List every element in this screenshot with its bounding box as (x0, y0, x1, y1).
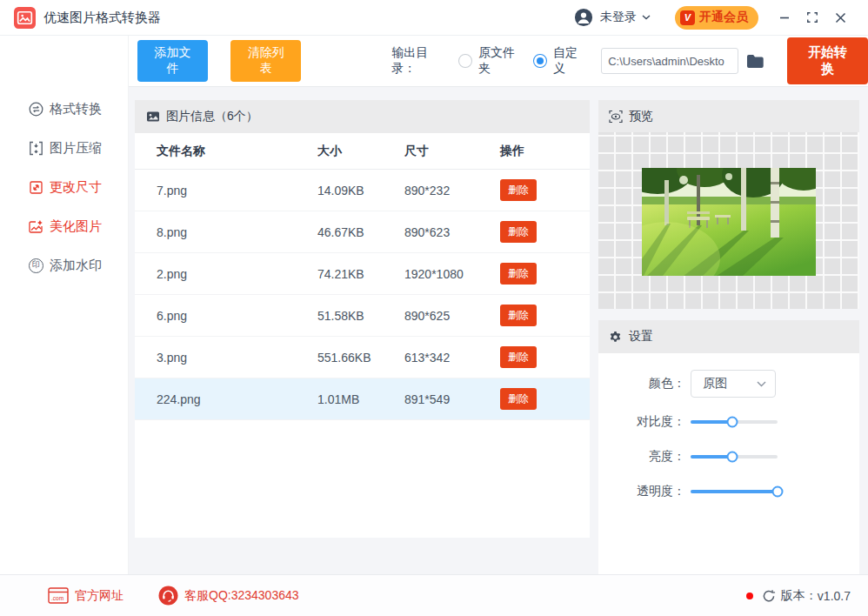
delete-button[interactable]: 删除 (500, 263, 537, 285)
table-row[interactable]: 2.png 74.21KB 1920*1080 删除 (135, 253, 590, 295)
version-value: v1.0.7 (818, 589, 851, 603)
table-row-selected[interactable]: 224.png 1.01MB 891*549 删除 (135, 378, 590, 420)
sidebar-item-beautify[interactable]: 美化图片 (0, 207, 128, 246)
maximize-button[interactable] (798, 3, 826, 31)
file-name: 224.png (135, 392, 317, 406)
login-status: 未登录 (600, 10, 637, 25)
close-button[interactable] (826, 3, 854, 31)
file-list-header: 图片信息（6个） (135, 100, 590, 133)
clear-list-button[interactable]: 清除列表 (230, 40, 301, 82)
delete-button[interactable]: 删除 (500, 388, 537, 410)
version-label: 版本： (781, 588, 818, 604)
beautify-icon (29, 219, 43, 234)
sidebar-item-label: 美化图片 (50, 218, 102, 235)
sidebar-item-label: 图片压缩 (50, 140, 102, 157)
chevron-down-icon (642, 15, 651, 20)
delete-button[interactable]: 删除 (500, 179, 537, 201)
table-row[interactable]: 6.png 51.58KB 890*625 删除 (135, 295, 590, 337)
brightness-slider[interactable] (691, 455, 778, 459)
file-list-panel: 图片信息（6个） 文件名称 大小 尺寸 操作 7.png 14.09KB 890… (135, 100, 590, 538)
table-row[interactable]: 7.png 14.09KB 890*232 删除 (135, 170, 590, 211)
version-area: 版本： v1.0.7 (746, 588, 851, 604)
sidebar-item-resize[interactable]: 更改尺寸 (0, 168, 128, 207)
vip-badge-icon: V (680, 10, 695, 25)
gear-icon (609, 331, 622, 344)
table-row[interactable]: 3.png 551.66KB 613*342 删除 (135, 337, 590, 378)
add-files-button[interactable]: 添加文件 (137, 40, 208, 82)
settings-panel: 颜色： 原图 对比度： 亮度： (598, 353, 859, 574)
file-name: 3.png (135, 351, 317, 365)
compress-icon (29, 141, 43, 156)
opacity-slider[interactable] (691, 490, 778, 493)
preview-title: 预览 (629, 109, 653, 124)
sidebar-item-image-compress[interactable]: 图片压缩 (0, 129, 128, 168)
service-qq-link[interactable]: 客服QQ:3234303643 (158, 586, 299, 606)
app-window: 优速图片格式转换器 未登录 V 开通会员 (0, 0, 868, 616)
contrast-setting-row: 对比度： (598, 405, 859, 439)
preview-canvas (598, 132, 859, 309)
file-size: 51.58KB (317, 309, 404, 323)
file-dimensions: 890*232 (404, 184, 500, 198)
color-label: 颜色： (598, 376, 685, 392)
file-list-title: 图片信息（6个） (166, 109, 258, 124)
output-path-input[interactable] (601, 48, 738, 74)
file-size: 46.67KB (317, 225, 404, 239)
radio-original-folder[interactable]: 原文件夹 (458, 45, 526, 77)
radio-custom-folder[interactable]: 自定义 (533, 45, 589, 77)
image-info-icon (146, 110, 160, 124)
app-logo-icon (14, 7, 36, 29)
col-size: 大小 (317, 144, 404, 159)
file-dimensions: 890*623 (404, 225, 500, 239)
file-dimensions: 890*625 (404, 309, 500, 323)
vip-label: 开通会员 (699, 10, 748, 25)
preview-image[interactable] (642, 168, 816, 276)
color-select[interactable]: 原图 (691, 370, 776, 398)
delete-button[interactable]: 删除 (500, 346, 537, 368)
footer-bar: .com 官方网址 客服QQ:3234303643 版本： v1.0.7 (0, 574, 868, 616)
website-icon: .com (48, 587, 69, 604)
maximize-icon (806, 11, 818, 23)
sidebar-nav: 格式转换 图片压缩 更改尺寸 美化图片 印 (0, 36, 129, 574)
file-name: 2.png (135, 267, 317, 281)
color-selected-value: 原图 (703, 376, 757, 392)
official-website-link[interactable]: .com 官方网址 (48, 587, 124, 604)
status-dot-icon (746, 593, 753, 599)
check-update-icon[interactable] (762, 589, 776, 603)
file-name: 8.png (135, 225, 317, 239)
user-account-menu[interactable]: 未登录 (574, 8, 651, 27)
contrast-slider[interactable] (691, 420, 778, 424)
col-action: 操作 (500, 144, 590, 159)
toolbar: 添加文件 清除列表 输出目录： 原文件夹 自定义 开始转换 (129, 36, 868, 87)
preview-eye-icon (609, 110, 623, 124)
close-icon (835, 12, 846, 23)
open-vip-button[interactable]: V 开通会员 (675, 6, 758, 30)
file-name: 7.png (135, 184, 317, 198)
delete-button[interactable]: 删除 (500, 305, 537, 326)
slider-thumb[interactable] (772, 486, 784, 498)
minimize-button[interactable] (771, 3, 798, 31)
radio-checked-icon (533, 54, 547, 68)
col-filename: 文件名称 (135, 144, 317, 159)
svg-text:.com: .com (51, 595, 63, 601)
preview-header: 预览 (598, 100, 859, 132)
app-title: 优速图片格式转换器 (43, 10, 161, 26)
file-size: 1.01MB (317, 392, 404, 406)
color-setting-row: 颜色： 原图 (598, 370, 859, 398)
slider-fill (691, 490, 778, 493)
chevron-down-icon (757, 381, 766, 387)
delete-button[interactable]: 删除 (500, 221, 537, 243)
slider-thumb[interactable] (727, 452, 738, 463)
main-content: 图片信息（6个） 文件名称 大小 尺寸 操作 7.png 14.09KB 890… (129, 87, 868, 574)
settings-header: 设置 (598, 320, 859, 353)
browse-folder-icon[interactable] (746, 54, 765, 69)
resize-icon (29, 180, 43, 195)
watermark-icon: 印 (29, 258, 43, 273)
start-convert-button[interactable]: 开始转换 (787, 37, 868, 84)
customer-service-icon (158, 586, 178, 606)
file-size: 14.09KB (317, 184, 404, 198)
slider-thumb[interactable] (727, 417, 738, 428)
table-row[interactable]: 8.png 46.67KB 890*623 删除 (135, 211, 590, 253)
sidebar-item-watermark[interactable]: 印 添加水印 (0, 246, 128, 285)
sidebar-item-label: 添加水印 (50, 258, 102, 274)
sidebar-item-format-convert[interactable]: 格式转换 (0, 90, 128, 129)
